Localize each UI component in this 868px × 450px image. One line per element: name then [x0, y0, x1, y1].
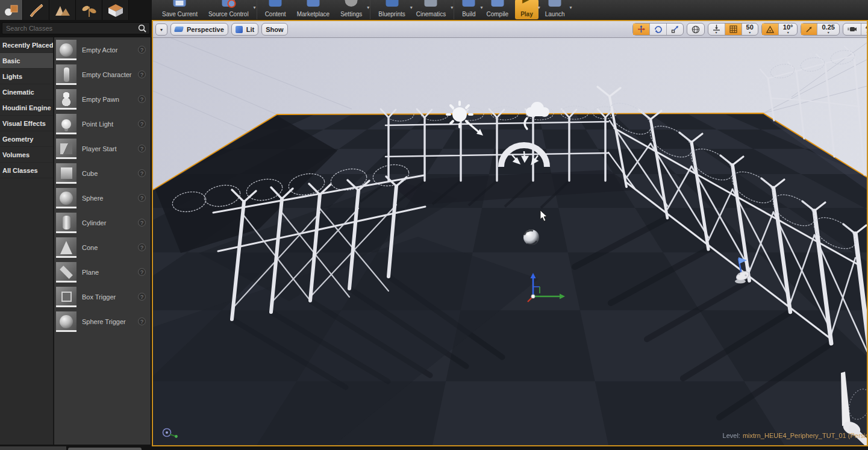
placeable-actor-cylinder[interactable]: Cylinder ?: [54, 210, 151, 235]
category-item-cinematic[interactable]: Cinematic: [0, 84, 53, 100]
scale-snap-toggle[interactable]: [801, 23, 817, 35]
camera-speed-icon: [848, 26, 857, 33]
dropdown-caret-icon[interactable]: ▾: [866, 31, 867, 34]
foliage-mode-tab[interactable]: [76, 0, 102, 20]
move-tool-button[interactable]: [633, 23, 650, 35]
sphere-reflection-capture-icon[interactable]: [523, 230, 539, 245]
category-item-geometry[interactable]: Geometry: [0, 131, 53, 147]
placeable-actor-point-light[interactable]: Point Light ?: [54, 111, 151, 136]
category-item-recently-placed[interactable]: Recently Placed: [0, 37, 53, 53]
dropdown-caret-icon[interactable]: ▾: [787, 31, 789, 34]
dropdown-caret-icon[interactable]: ▾: [749, 31, 751, 34]
content-button[interactable]: Content: [260, 0, 292, 19]
landscape-mode-tab[interactable]: [49, 0, 76, 20]
placeable-actor-cone[interactable]: Cone ?: [54, 235, 151, 260]
placeable-actor-plane[interactable]: Plane ?: [54, 260, 151, 284]
show-button[interactable]: Show: [261, 23, 287, 36]
toolbar-button-label: Compile: [486, 11, 508, 17]
place-mode-icon: [4, 4, 19, 17]
class-info-icon[interactable]: ?: [138, 194, 146, 202]
class-info-icon[interactable]: ?: [138, 268, 146, 276]
save-current-button[interactable]: Save Current: [157, 0, 203, 19]
blueprints-icon: [386, 0, 398, 7]
compile-button[interactable]: Compile: [481, 0, 514, 19]
camera-speed-value-button[interactable]: 4 ▾: [861, 23, 867, 35]
viewport[interactable]: ▾ Perspective Lit Show: [152, 20, 868, 446]
world-local-globe-icon: [692, 25, 700, 34]
placeable-actor-cube[interactable]: Cube ?: [54, 161, 151, 186]
rotate-tool-button[interactable]: [650, 23, 667, 35]
lit-cube-icon: [236, 26, 243, 33]
paint-mode-tab[interactable]: [23, 0, 49, 20]
surface-snap-icon: [713, 25, 720, 31]
grid-snap-group: ▾ 50 ▾: [708, 23, 758, 36]
class-info-icon[interactable]: ?: [138, 95, 146, 103]
coordinate-system-button[interactable]: [687, 23, 705, 36]
marketplace-button[interactable]: Marketplace: [292, 0, 335, 19]
lit-button[interactable]: Lit: [231, 23, 258, 36]
class-info-icon[interactable]: ?: [138, 317, 146, 325]
geometry-mode-tab[interactable]: [102, 0, 129, 20]
class-info-icon[interactable]: ?: [138, 70, 146, 78]
perspective-label: Perspective: [183, 26, 228, 33]
grid-snap-value-button[interactable]: 50 ▾: [742, 23, 758, 35]
class-info-icon[interactable]: ?: [138, 169, 146, 177]
actor-thumbnail: [56, 163, 76, 184]
class-info-icon[interactable]: ?: [138, 120, 146, 128]
toolbar-button-label: Play: [520, 11, 533, 17]
rotation-snap-toggle[interactable]: [762, 23, 779, 35]
actor-thumbnail: [56, 237, 76, 258]
placeable-actor-empty-pawn[interactable]: Empty Pawn ?: [54, 87, 151, 111]
rotation-snap-value-button[interactable]: 10° ▾: [779, 23, 798, 35]
scale-snap-icon: [805, 26, 813, 33]
toolbar-separator: [257, 0, 257, 19]
category-item-volumes[interactable]: Volumes: [0, 147, 53, 163]
class-info-icon[interactable]: ?: [138, 145, 146, 152]
build-button[interactable]: Build ▾: [457, 0, 481, 19]
cinematics-button[interactable]: Cinematics ▾: [411, 0, 451, 19]
launch-button[interactable]: Launch ▾: [540, 0, 570, 19]
dropdown-caret-icon[interactable]: ▾: [570, 5, 572, 10]
settings-button[interactable]: Settings ▾: [335, 0, 367, 19]
bottom-window-tab: [68, 448, 142, 450]
class-info-icon[interactable]: ?: [138, 219, 146, 227]
dropdown-caret-icon[interactable]: ▾: [716, 31, 717, 34]
placeable-actor-sphere-trigger[interactable]: Sphere Trigger ?: [54, 309, 151, 334]
dropdown-caret-icon[interactable]: ▾: [254, 5, 256, 10]
toolbar-button-label: Launch: [545, 11, 565, 17]
search-classes-input[interactable]: [2, 22, 150, 34]
category-item-houdini-engine[interactable]: Houdini Engine: [0, 100, 53, 116]
perspective-button[interactable]: Perspective: [170, 23, 228, 36]
source-control-button[interactable]: Source Control ▾: [203, 0, 254, 19]
save-icon: [173, 0, 186, 7]
compile-icon: [491, 0, 504, 7]
class-info-icon[interactable]: ?: [138, 293, 146, 301]
viewport-scene[interactable]: Level:mixtrn_HEUE4_Periphery_TUT_01 (Per…: [153, 38, 867, 445]
search-classes-row: [0, 22, 152, 36]
play-button[interactable]: Play ▾: [515, 0, 539, 19]
placeable-actor-sphere[interactable]: Sphere ?: [54, 186, 151, 210]
placeable-actor-empty-character[interactable]: Empty Character ?: [54, 62, 151, 87]
scale-snap-value-button[interactable]: 0.25 ▾: [817, 23, 838, 35]
surface-snap-button[interactable]: ▾: [708, 23, 725, 35]
class-info-icon[interactable]: ?: [138, 46, 146, 54]
dropdown-caret-icon[interactable]: ▾: [367, 5, 369, 10]
scale-tool-button[interactable]: [667, 23, 683, 35]
category-item-lights[interactable]: Lights: [0, 69, 53, 84]
placeable-actor-empty-actor[interactable]: Empty Actor ?: [54, 37, 151, 62]
category-item-basic[interactable]: Basic: [0, 53, 53, 69]
placeable-actor-box-trigger[interactable]: Box Trigger ?: [54, 284, 151, 309]
blueprints-button[interactable]: Blueprints ▾: [373, 0, 410, 19]
grid-snap-value: 50: [746, 24, 754, 31]
category-item-visual-effects[interactable]: Visual Effects: [0, 116, 53, 131]
dropdown-caret-icon[interactable]: ▾: [828, 31, 829, 34]
class-info-icon[interactable]: ?: [138, 243, 146, 251]
camera-speed-button[interactable]: [843, 23, 861, 35]
placeable-actor-player-start[interactable]: Player Start ?: [54, 136, 151, 161]
cinematics-icon: [425, 0, 437, 7]
category-item-all-classes[interactable]: All Classes: [0, 163, 53, 178]
place-mode-tab[interactable]: [0, 0, 23, 20]
viewport-options-button[interactable]: ▾: [155, 23, 167, 36]
grid-snap-toggle[interactable]: [725, 23, 742, 35]
dropdown-caret-icon[interactable]: ▾: [451, 5, 453, 10]
